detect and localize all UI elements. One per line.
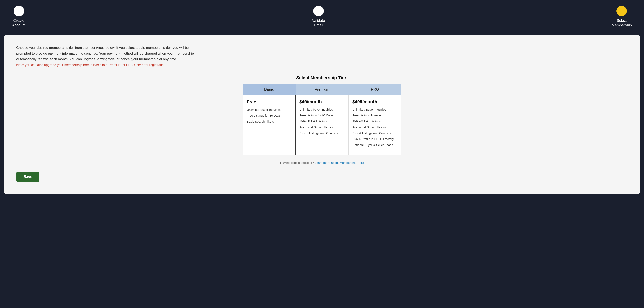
pro-feature-6: Public Profile in PRO Directory [352, 137, 398, 141]
premium-feature-2: Free Listings for 90 Days [300, 113, 344, 118]
pro-features: Unlimited Buyer Inquiries Free Listings … [352, 107, 398, 147]
step-circle-create-account [14, 6, 24, 16]
save-button[interactable]: Save [16, 172, 40, 182]
trouble-text: Having trouble deciding? Learn more abou… [16, 161, 628, 164]
tier-body-pro[interactable]: $499/month Unlimited Buyer Inquiries Fre… [348, 95, 402, 155]
step-circle-select-membership [616, 6, 627, 16]
step-label-select-membership: SelectMembership [612, 18, 632, 28]
pro-feature-3: 20% off Paid Listings [352, 119, 398, 123]
learn-more-link[interactable]: Learn more about Membership Tiers [315, 161, 364, 164]
premium-features: Unlimited buyer inquiries Free Listings … [300, 107, 344, 135]
description-text: Choose your desired membership tier from… [16, 45, 200, 68]
premium-feature-1: Unlimited buyer inquiries [300, 107, 344, 112]
basic-feature-1: Unlimited Buyer Inquiries [247, 108, 292, 112]
main-content: Choose your desired membership tier from… [4, 35, 640, 194]
pro-feature-2: Free Listings Forever [352, 113, 398, 118]
step-create-account: CreateAccount [12, 6, 26, 28]
description-note: Note: you can also upgrade your membersh… [16, 63, 166, 66]
pro-feature-1: Unlimited Buyer Inquiries [352, 107, 398, 112]
premium-feature-5: Export Listings and Contacts [300, 131, 344, 135]
tier-header-pro[interactable]: PRO [348, 84, 402, 95]
step-label-validate-email: ValidateEmail [312, 18, 325, 28]
step-select-membership: SelectMembership [612, 6, 632, 28]
pro-feature-5: Export Listings and Contacts [352, 131, 398, 135]
tier-body-basic[interactable]: Free Unlimited Buyer Inquiries Free List… [242, 95, 296, 155]
basic-price: Free [247, 99, 292, 105]
tier-header-basic[interactable]: Basic [242, 84, 296, 95]
section-title: Select Membership Tier: [16, 75, 628, 80]
step-label-create-account: CreateAccount [12, 18, 26, 28]
tier-container: Basic Premium PRO Free Unlimited Buyer I… [242, 84, 402, 155]
basic-features: Unlimited Buyer Inquiries Free Listings … [247, 108, 292, 124]
stepper-bar: CreateAccount ValidateEmail SelectMember… [0, 0, 644, 35]
premium-feature-3: 10% off Paid Listings [300, 119, 344, 123]
description-line-1: Choose your desired membership tier from… [16, 46, 194, 61]
pro-price: $499/month [352, 99, 398, 104]
step-validate-email: ValidateEmail [312, 6, 325, 28]
premium-feature-4: Advanced Search Filters [300, 125, 344, 129]
premium-price: $49/month [300, 99, 344, 104]
step-circle-validate-email [313, 6, 324, 16]
basic-feature-3: Basic Search Filters [247, 119, 292, 124]
tier-bodies: Free Unlimited Buyer Inquiries Free List… [242, 95, 402, 155]
tier-body-premium[interactable]: $49/month Unlimited buyer inquiries Free… [296, 95, 348, 155]
pro-feature-7: National Buyer & Seller Leads [352, 143, 398, 147]
tier-headers: Basic Premium PRO [242, 84, 402, 95]
basic-feature-2: Free Listings for 30 Days [247, 114, 292, 118]
tier-header-premium[interactable]: Premium [296, 84, 348, 95]
pro-feature-4: Advanced Search Filters [352, 125, 398, 129]
